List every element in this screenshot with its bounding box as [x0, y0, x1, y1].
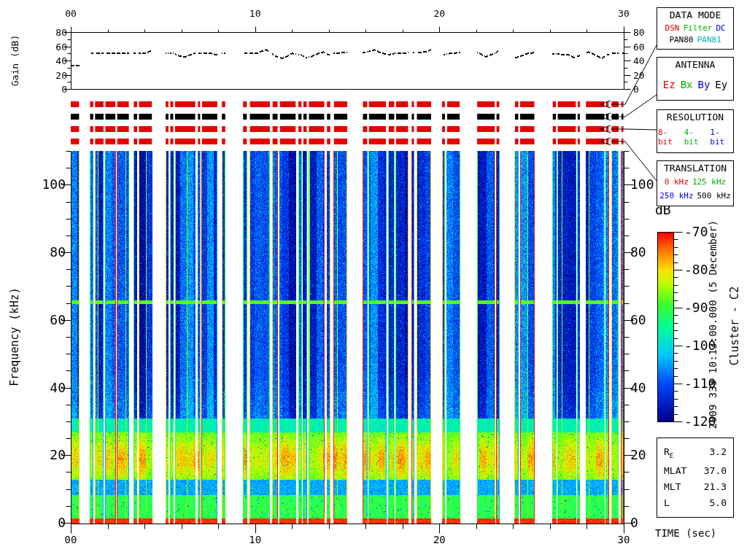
ephemeris-value: 37.0: [704, 465, 727, 476]
antenna-items: EzBxByEy: [658, 70, 732, 98]
data-mode-item-pan81: PAN81: [697, 35, 721, 44]
translation-item-250-khz: 250 kHz: [659, 191, 693, 201]
antenna-panel: ANTENNA EzBxByEy: [657, 57, 734, 101]
ephemeris-label: L: [664, 497, 670, 508]
data-mode-item-filter: Filter: [683, 23, 712, 33]
datetime-label: 2009 339 10:13:00.000 (5 December): [708, 220, 718, 429]
data-mode-item-dc: DC: [716, 23, 725, 33]
antenna-title: ANTENNA: [676, 59, 716, 70]
resolution-items: 8-bit4-bit1-bit: [658, 122, 732, 151]
resolution-item-1-bit: 1-bit: [710, 128, 732, 147]
resolution-item-4-bit: 4-bit: [684, 128, 707, 147]
antenna-item-by: By: [698, 79, 711, 90]
antenna-item-ez: Ez: [663, 79, 676, 90]
resolution-title: RESOLUTION: [667, 112, 724, 122]
ephemeris-row-mlt: MLT21.3: [664, 481, 727, 492]
data-mode-row-1: PAN80PAN81: [658, 35, 732, 44]
translation-row-0: 0 kHz125 kHz: [658, 177, 732, 187]
ephemeris-value: 21.3: [704, 481, 727, 492]
antenna-row-0: EzBxByEy: [658, 79, 732, 90]
ephemeris-label: MLT: [664, 481, 681, 492]
frequency-axis-title: Frequency (kHz): [9, 287, 20, 386]
ephemeris-value: 5.0: [710, 497, 727, 508]
ephemeris-label: MLAT: [664, 465, 686, 476]
data-mode-items: DSNFilterDCPAN80PAN81: [658, 20, 732, 47]
resolution-panel: RESOLUTION 8-bit4-bit1-bit: [657, 109, 734, 153]
resolution-row-0: 8-bit4-bit1-bit: [658, 128, 732, 147]
colorbar-region: [657, 232, 673, 421]
ephemeris-row-mlat: MLAT37.0: [664, 465, 727, 476]
wbd-survey-plot: 0000101020203030002020404060608080002020…: [0, 0, 747, 560]
ephemeris-value: 3.2: [710, 446, 727, 459]
spacecraft-label: Cluster - C2: [729, 287, 740, 365]
translation-items: 0 kHz125 kHz250 kHz500 kHz: [658, 174, 732, 204]
data-mode-item-pan80: PAN80: [669, 35, 693, 44]
data-mode-item-dsn: DSN: [665, 23, 680, 33]
ephemeris-panel: RE3.2MLAT37.0MLT21.3L5.0: [657, 438, 734, 518]
translation-panel: TRANSLATION 0 kHz125 kHz250 kHz500 kHz: [657, 160, 734, 206]
data-mode-panel: DATA MODE DSNFilterDCPAN80PAN81: [657, 7, 734, 50]
data-mode-title: DATA MODE: [670, 9, 721, 20]
gain-axis-title: Gain (dB): [10, 35, 20, 86]
status-strip-region: [71, 101, 624, 144]
translation-item-500-khz: 500 kHz: [697, 191, 731, 201]
spectrogram-region: [71, 151, 624, 524]
translation-item-0-khz: 0 kHz: [665, 177, 689, 187]
antenna-item-bx: Bx: [681, 79, 693, 90]
translation-row-1: 250 kHz500 kHz: [658, 191, 732, 201]
ephemeris-row-l: L5.0: [664, 497, 727, 508]
translation-item-125-khz: 125 kHz: [692, 177, 726, 187]
ephemeris-row-r: RE3.2: [664, 446, 727, 459]
ephemeris-label: RE: [664, 446, 673, 459]
time-axis-title: TIME (sec): [655, 528, 716, 538]
resolution-item-8-bit: 8-bit: [658, 128, 681, 147]
gain-plot-region: [71, 32, 624, 89]
ephemeris-rows: RE3.2MLAT37.0MLT21.3L5.0: [664, 441, 727, 514]
antenna-item-ey: Ey: [715, 79, 727, 90]
data-mode-row-0: DSNFilterDC: [658, 23, 732, 33]
translation-title: TRANSLATION: [664, 163, 727, 174]
